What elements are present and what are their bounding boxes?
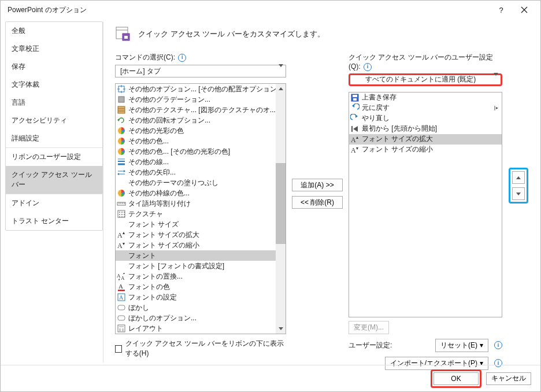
list-item[interactable]: その他の回転オプション... — [116, 115, 286, 125]
info-icon[interactable]: i — [178, 54, 186, 62]
item-label: その他の線... — [128, 157, 169, 167]
sidebar-item[interactable]: 保存 — [6, 58, 102, 76]
sidebar-item[interactable]: リボンのユーザー設定 — [6, 148, 102, 166]
list-item[interactable]: タイ語均等割り付け — [116, 198, 286, 209]
list-item[interactable]: Aフォント サイズの拡大 — [116, 230, 286, 240]
show-below-ribbon-row[interactable]: クイック アクセス ツール バーをリボンの下に表示する(H) — [115, 339, 286, 358]
move-up-button[interactable] — [512, 171, 525, 184]
list-item[interactable]: フォント [フォントの書式設定] — [116, 261, 286, 271]
item-label: その他の光彩の色 — [128, 126, 184, 136]
list-item[interactable]: Aフォントの設定 — [116, 292, 286, 302]
list-item[interactable]: その他の枠線の色... — [116, 188, 286, 198]
scrollbar[interactable] — [276, 84, 286, 334]
rounded-icon — [117, 313, 126, 323]
list-item[interactable]: その他の光彩の色 — [116, 125, 286, 136]
info-icon[interactable]: i — [494, 341, 502, 349]
list-item[interactable]: 上書き保存 — [349, 93, 502, 103]
svg-rect-32 — [118, 210, 125, 217]
list-item[interactable]: その他の色... — [116, 136, 286, 146]
list-item[interactable]: その他のグラデーション... — [116, 94, 286, 105]
blank-icon — [117, 178, 126, 187]
svg-rect-67 — [353, 95, 357, 97]
font-shrink-icon: A — [350, 145, 360, 154]
undo-icon — [350, 103, 360, 113]
svg-text:A: A — [118, 283, 123, 290]
list-item[interactable]: Aフォント サイズの縮小 — [116, 240, 286, 250]
item-label: その他のテクスチャ... [図形のテクスチャのオ... — [128, 105, 276, 115]
move-down-button[interactable] — [512, 187, 525, 200]
item-label: その他の色... — [128, 136, 169, 146]
scroll-up-button[interactable] — [276, 84, 286, 94]
item-label: やり直し — [362, 113, 390, 123]
item-label: フォントの置換... — [128, 272, 183, 282]
qat-column: クイック アクセス ツール バーのユーザー設定(Q): i すべてのドキュメント… — [349, 53, 502, 370]
page-subtitle: クイック アクセス ツール バーをカスタマイズします。 — [138, 29, 325, 39]
close-button[interactable] — [513, 2, 536, 18]
list-item[interactable]: AAフォントの置換... — [116, 271, 286, 282]
ok-highlight: OK — [431, 369, 481, 388]
font-grow-icon: A — [117, 230, 126, 239]
sidebar-item[interactable]: トラスト センター — [6, 212, 102, 230]
scroll-down-button[interactable] — [276, 324, 286, 334]
list-item[interactable]: その他のテクスチャ... [図形のテクスチャのオ... — [116, 105, 286, 115]
reset-button[interactable]: リセット(E)▾ — [435, 339, 488, 352]
item-label: フォントの設定 — [128, 293, 177, 302]
list-item[interactable]: フォントI — [116, 250, 286, 261]
list-item[interactable]: 最初から [先頭から開始] — [349, 124, 502, 134]
layout-icon — [117, 324, 126, 333]
sidebar-item[interactable]: 言語 — [6, 94, 102, 112]
list-item[interactable]: その他のオプション... [その他の配置オプション] — [116, 84, 286, 94]
split-indicator-icon — [491, 103, 501, 113]
item-label: 上書き保存 — [362, 93, 397, 102]
item-label: フォント — [128, 251, 156, 261]
lines-icon — [117, 157, 126, 167]
sidebar-item[interactable]: 全般 — [6, 22, 102, 40]
sidebar-item[interactable]: アクセシビリティ — [6, 112, 102, 130]
sidebar-item[interactable]: クイック アクセス ツール バー — [6, 166, 102, 194]
category-list[interactable]: 全般文章校正保存文字体裁言語アクセシビリティ詳細設定リボンのユーザー設定クイック… — [5, 21, 103, 231]
list-item[interactable]: Aフォントの色 — [116, 282, 286, 292]
redo-icon — [350, 114, 360, 123]
svg-rect-5 — [124, 36, 128, 39]
commands-source-combo[interactable]: [ホーム] タブ — [115, 65, 286, 77]
content-header: クイック アクセス ツール バーをカスタマイズします。 — [115, 26, 530, 42]
sidebar-item[interactable]: アドイン — [6, 194, 102, 212]
list-item[interactable]: レイアウト — [116, 323, 286, 334]
info-icon[interactable]: i — [364, 63, 372, 71]
list-item[interactable]: やり直し — [349, 113, 502, 124]
list-item[interactable]: ぼかしのオプション... — [116, 313, 286, 323]
list-item[interactable]: その他の色... [その他の光彩の色] — [116, 146, 286, 157]
list-item[interactable]: その他のテーマの塗りつぶし — [116, 177, 286, 188]
modify-button: 変更(M)... — [349, 321, 389, 334]
qat-listbox[interactable]: 上書き保存元に戻すやり直し最初から [先頭から開始]Aフォント サイズの拡大Aフ… — [349, 92, 502, 317]
qat-target-combo[interactable]: すべてのドキュメントに適用 (既定) — [349, 73, 502, 86]
sidebar-item[interactable]: 文章校正 — [6, 40, 102, 58]
list-item[interactable]: ぼかし — [116, 302, 286, 313]
sidebar-item[interactable]: 詳細設定 — [6, 130, 102, 147]
list-item[interactable]: Aフォント サイズの縮小 — [349, 145, 502, 155]
checkbox-icon[interactable] — [115, 345, 122, 353]
cancel-button[interactable]: キャンセル — [486, 372, 531, 385]
add-button[interactable]: 追加(A) >> — [292, 179, 343, 191]
item-label: その他の枠線の色... — [128, 188, 190, 198]
svg-point-34 — [121, 212, 123, 213]
svg-marker-69 — [352, 104, 354, 108]
chevron-down-icon — [279, 67, 283, 75]
list-item[interactable]: テクスチャ — [116, 209, 286, 219]
list-item[interactable]: フォント サイズI — [116, 219, 286, 230]
dialog-footer: OK キャンセル — [1, 365, 540, 391]
list-item[interactable]: その他の矢印... — [116, 167, 286, 177]
sidebar-item[interactable]: 文字体裁 — [6, 76, 102, 94]
item-label: タイ語均等割り付け — [128, 199, 191, 209]
commands-listbox[interactable]: その他のオプション... [その他の配置オプション]その他のグラデーション...… — [115, 83, 286, 334]
list-item[interactable]: その他の線... — [116, 157, 286, 167]
list-item[interactable]: 元に戻す — [349, 103, 502, 113]
remove-button[interactable]: << 削除(R) — [292, 196, 343, 209]
help-button[interactable]: ? — [490, 2, 513, 18]
ok-button[interactable]: OK — [433, 372, 479, 385]
choose-commands-label: コマンドの選択(C): i — [115, 53, 286, 62]
scroll-thumb[interactable] — [276, 163, 286, 244]
list-item[interactable]: Aフォント サイズの拡大 — [349, 134, 502, 145]
svg-text:A: A — [117, 273, 121, 279]
svg-marker-25 — [117, 173, 119, 175]
